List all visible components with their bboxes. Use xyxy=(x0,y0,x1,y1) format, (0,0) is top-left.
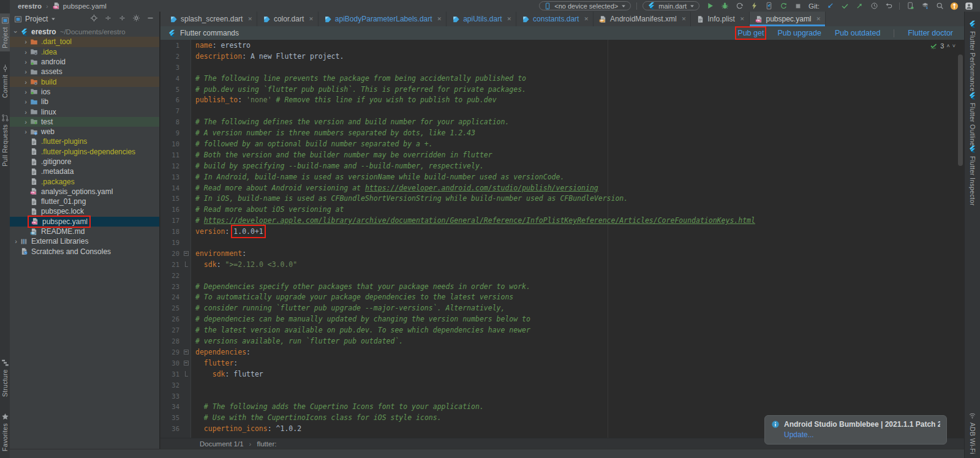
close-tab-icon[interactable]: ✕ xyxy=(584,16,589,22)
close-tab-icon[interactable]: ✕ xyxy=(247,16,252,22)
code-line[interactable]: 29−dependencies: xyxy=(160,347,964,358)
chevron-right-icon[interactable]: › xyxy=(22,48,29,56)
code-line[interactable]: 4# The following line prevents the packa… xyxy=(160,73,964,84)
run-config-selector[interactable]: main.dart xyxy=(643,1,699,10)
tree-item-gitignore[interactable]: .gitignore xyxy=(10,157,159,167)
comment-link[interactable]: https://developer.apple.com/library/arch… xyxy=(204,216,755,225)
close-tab-icon[interactable]: ✕ xyxy=(507,16,512,22)
code-line[interactable]: 14# Read more about Android versioning a… xyxy=(160,183,964,194)
tree-item-erestro[interactable]: ›erestro~/Documents/erestro xyxy=(10,27,159,37)
hide-button[interactable] xyxy=(146,14,154,24)
tab-color-dart[interactable]: color.dart✕ xyxy=(257,12,318,26)
close-tab-icon[interactable]: ✕ xyxy=(309,16,314,22)
hot-restart-button[interactable] xyxy=(778,1,788,11)
code-line[interactable]: 5# pub.dev using `flutter pub publish`. … xyxy=(160,84,964,96)
code-line[interactable]: 31 sdk: flutter xyxy=(160,369,964,380)
chevron-right-icon[interactable]: › xyxy=(22,128,29,135)
tool-stripe-project[interactable]: Project xyxy=(0,13,10,51)
sdk-manager-button[interactable] xyxy=(920,1,930,11)
code-line[interactable]: 15# In iOS, build-name is used as CFBund… xyxy=(160,193,964,205)
code-line[interactable]: 28# versions available, run `flutter pub… xyxy=(160,336,964,347)
stop-button[interactable] xyxy=(793,1,803,11)
code-line[interactable]: 34 # The following adds the Cupertino Ic… xyxy=(160,402,964,413)
code-line[interactable]: 9# A version number is three numbers sep… xyxy=(160,128,964,139)
flutter-doctor-link[interactable]: Flutter doctor xyxy=(908,29,953,37)
editor-scrollbar[interactable] xyxy=(958,54,963,166)
push-button[interactable] xyxy=(854,1,864,11)
tab-splash-screen-dart[interactable]: splash_screen.dart✕ xyxy=(164,12,257,26)
hot-reload-button[interactable] xyxy=(749,1,759,11)
chevron-right-icon[interactable]: › xyxy=(12,238,20,245)
locate-button[interactable] xyxy=(90,14,98,24)
expand-button[interactable] xyxy=(118,14,126,24)
next-problem-button[interactable]: ˅ xyxy=(952,43,956,49)
chevron-right-icon[interactable]: › xyxy=(22,118,29,126)
code-line[interactable]: 24# To automatically upgrade your packag… xyxy=(160,292,964,303)
tree-item-idea[interactable]: ›.idea xyxy=(10,47,159,57)
code-line[interactable]: 30− flutter: xyxy=(160,358,964,369)
code-line[interactable]: 10# followed by an optional build number… xyxy=(160,139,964,150)
tool-stripe-structure[interactable]: Structure xyxy=(0,356,10,400)
tree-item-flutter-plugins[interactable]: .flutter-plugins xyxy=(10,137,159,146)
close-tab-icon[interactable]: ✕ xyxy=(816,16,821,22)
code-line[interactable]: 26# dependencies can be manually updated… xyxy=(160,314,964,325)
commit-check-button[interactable] xyxy=(840,1,850,11)
code-line[interactable]: 33 xyxy=(160,391,964,402)
tree-item-ios[interactable]: ›ios xyxy=(10,87,159,97)
profile-button[interactable] xyxy=(734,1,744,11)
tool-stripe-adb-wi-fi[interactable]: ADB Wi-Fi xyxy=(965,411,980,454)
chevron-right-icon[interactable]: › xyxy=(22,38,29,45)
chevron-down-icon[interactable] xyxy=(51,17,56,21)
code-line[interactable]: 12# build by specifying --build-name and… xyxy=(160,161,964,172)
tree-item-scratches-and-consoles[interactable]: Scratches and Consoles xyxy=(10,247,159,257)
settings-button[interactable] xyxy=(132,14,140,24)
fold-marker[interactable]: − xyxy=(184,350,189,355)
history-button[interactable] xyxy=(869,1,879,11)
tree-item-analysis-options-yaml[interactable]: YMLanalysis_options.yaml xyxy=(10,187,159,197)
chevron-right-icon[interactable]: › xyxy=(22,78,29,86)
code-line[interactable]: 11# Both the version and the builder num… xyxy=(160,150,964,161)
code-line[interactable]: 17# https://developer.apple.com/library/… xyxy=(160,216,964,227)
rollback-button[interactable] xyxy=(884,1,894,11)
code-line[interactable]: 23# Dependencies specify other packages … xyxy=(160,282,964,293)
close-tab-icon[interactable]: ✕ xyxy=(682,16,687,22)
code-line[interactable]: 19 xyxy=(160,238,964,249)
fold-end-marker[interactable] xyxy=(185,261,188,267)
code-line[interactable]: 27# the latest version available on pub.… xyxy=(160,325,964,336)
tool-stripe-flutter-outline[interactable]: Flutter Outline xyxy=(965,92,980,146)
fold-end-marker[interactable] xyxy=(185,371,188,377)
fold-marker[interactable]: − xyxy=(184,251,189,256)
update-link[interactable]: Update... xyxy=(784,430,940,439)
code-line[interactable]: 32 xyxy=(160,380,964,391)
avatar-button[interactable] xyxy=(964,1,974,11)
tab-info-plist[interactable]: Info.plist✕ xyxy=(691,12,749,26)
tree-item-pubspec-yaml[interactable]: YMLpubspec.yaml xyxy=(10,217,159,227)
code-editor[interactable]: 1name: erestro2description: A new Flutte… xyxy=(160,40,964,438)
code-line[interactable]: 20−environment: xyxy=(160,249,964,260)
tree-item-linux[interactable]: ›linux xyxy=(10,107,159,116)
code-line[interactable]: 25# consider running `flutter pub upgrad… xyxy=(160,303,964,314)
code-line[interactable]: 18version: 1.0.0+1 xyxy=(160,227,964,238)
tree-item-build[interactable]: ›build xyxy=(10,77,159,86)
comment-link[interactable]: https://developer.android.com/studio/pub… xyxy=(365,184,598,192)
chevron-right-icon[interactable]: › xyxy=(22,58,29,66)
tree-item-flutter-plugins-dependencies[interactable]: .flutter-plugins-dependencies xyxy=(10,147,159,157)
attach-button[interactable] xyxy=(764,1,774,11)
tree-item-lib[interactable]: ›lib xyxy=(10,97,159,107)
run-button[interactable] xyxy=(705,1,715,11)
running-devices-button[interactable] xyxy=(905,1,915,11)
update-project-button[interactable] xyxy=(825,1,835,11)
tool-stripe-commit[interactable]: Commit xyxy=(0,61,10,101)
collapse-button[interactable] xyxy=(104,14,112,24)
pub-outdated-link[interactable]: Pub outdated xyxy=(835,29,880,37)
device-selector[interactable]: <no device selected> xyxy=(539,1,631,10)
chevron-right-icon[interactable]: › xyxy=(22,98,29,105)
code-line[interactable]: 8# The following defines the version and… xyxy=(160,117,964,128)
tab-apiutils-dart[interactable]: apiUtils.dart✕ xyxy=(447,12,516,26)
close-tab-icon[interactable]: ✕ xyxy=(437,16,442,22)
breadcrumb-file[interactable]: pubspec.yaml xyxy=(63,2,107,10)
close-tab-icon[interactable]: ✕ xyxy=(740,16,745,22)
ide-update-button[interactable] xyxy=(949,1,959,11)
tree-item-packages[interactable]: .packages xyxy=(10,176,159,186)
doc-breadcrumb-item[interactable]: Document 1/1 xyxy=(200,440,244,448)
